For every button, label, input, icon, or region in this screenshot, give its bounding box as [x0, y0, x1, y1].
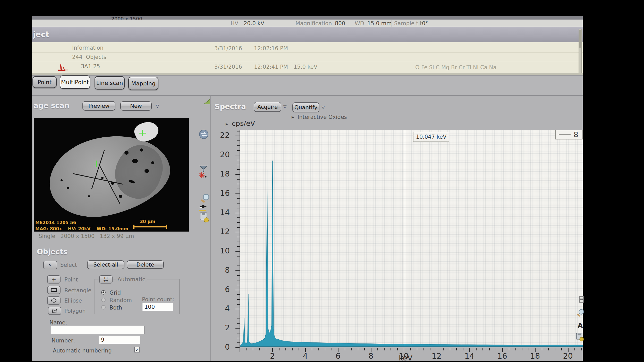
y-tick [237, 184, 240, 184]
point-count-input[interactable] [142, 303, 173, 311]
tab-label: Mapping [131, 80, 155, 87]
rectangle-tool-button[interactable] [47, 286, 61, 294]
project-tree: Information 3/31/2016 12:02:16 PM 244 Ob… [32, 42, 583, 73]
save-settings-icon[interactable] [575, 333, 585, 342]
point-tool-label: Point [64, 277, 78, 283]
random-radio[interactable] [101, 298, 106, 302]
y-tick [235, 251, 240, 252]
name-input[interactable] [51, 326, 145, 334]
point-marker[interactable] [93, 161, 100, 167]
tab-mapping[interactable]: Mapping [128, 77, 158, 90]
pore [61, 179, 63, 181]
random-radio-label[interactable]: Random [109, 297, 132, 303]
partial-resolution-text: 2000 x 1500 [111, 16, 142, 20]
y-tick [235, 270, 240, 271]
detector-icon[interactable] [198, 165, 209, 173]
y-tick [235, 328, 240, 329]
zoom-icon[interactable] [200, 193, 210, 204]
sem-image[interactable]: ME2014 1205 56 MAG: 800x HV: 20kV WD: 15… [34, 118, 189, 232]
save-settings-icon[interactable] [199, 212, 210, 223]
select-tool-button[interactable]: ↖ [43, 261, 57, 269]
quantify-button[interactable]: Quantify [292, 102, 319, 112]
x-tick-label: 16 [497, 351, 507, 360]
y-tick [237, 280, 240, 280]
point-tool-button[interactable]: + [47, 275, 61, 284]
point-marker[interactable] [139, 130, 146, 136]
zoom-icon[interactable] [577, 309, 585, 318]
ellipse-tool-button[interactable] [47, 296, 61, 305]
row-name[interactable]: 3A1 25 [81, 63, 100, 69]
refresh-icon[interactable] [199, 129, 209, 139]
row-name[interactable]: Information [72, 45, 104, 51]
tab-label: Line scan [96, 80, 123, 86]
button-label: Select all [94, 262, 118, 268]
y-tick [235, 232, 240, 232]
spectrum-plot[interactable]: 10.047 keV 8 [240, 130, 583, 347]
auto-numbering-checkbox[interactable] [134, 347, 140, 352]
pore [88, 195, 90, 197]
units-expander-icon[interactable]: ▸ [226, 121, 228, 127]
quantify-dropdown-icon[interactable]: ▽ [321, 105, 325, 110]
tab-multipoint[interactable]: MultiPoint [60, 75, 90, 89]
acquire-button[interactable]: Acquire [254, 102, 281, 112]
y-tick [237, 208, 240, 208]
grid-radio[interactable] [101, 290, 106, 295]
y-tick-label: 2 [225, 323, 230, 332]
row-date: 3/31/2016 [214, 45, 242, 51]
y-tick [237, 131, 240, 131]
polygon-tool-button[interactable] [48, 307, 61, 315]
x-tick-label: 18 [530, 351, 540, 360]
sample-tilt-label: Sample tilt [394, 20, 423, 27]
y-tick [237, 179, 240, 180]
y-tick [235, 174, 240, 175]
delete-button[interactable]: Delete [127, 260, 164, 269]
y-tick [237, 227, 240, 228]
y-tick [235, 136, 240, 136]
y-axis-ticks [232, 130, 240, 348]
both-radio-label[interactable]: Both [109, 305, 122, 311]
row-kev: 15.0 keV [294, 64, 317, 70]
tab-point[interactable]: Point [32, 76, 57, 88]
spectra-title: Spectra [215, 102, 246, 111]
y-tick [237, 294, 240, 295]
sample-tilt-value: 0° [422, 20, 428, 27]
automatic-grid-button[interactable]: ++++ [99, 275, 113, 284]
hv-value: 20.0 kV [244, 20, 264, 27]
grid-radio-label[interactable]: Grid [109, 290, 121, 296]
y-tick [237, 285, 240, 285]
pore [124, 151, 129, 155]
magnification-label: Magnification [295, 20, 332, 27]
oxides-expander-icon[interactable]: ▸ [292, 114, 294, 120]
marker-line[interactable] [405, 130, 405, 347]
legend-label: 8 [574, 130, 578, 139]
spectrum-legend[interactable]: 8 [555, 130, 583, 139]
interactive-oxides-label[interactable]: Interactive Oxides [298, 114, 347, 120]
row-divider [32, 62, 583, 62]
select-all-button[interactable]: Select all [87, 260, 124, 269]
annotate-icon[interactable] [198, 204, 208, 212]
y-tick [235, 309, 240, 309]
y-tick [237, 342, 240, 343]
point-icon: + [52, 276, 56, 283]
page-icon[interactable] [579, 296, 584, 303]
auto-points-icon: ++++ [103, 277, 108, 282]
tab-line-scan[interactable]: Line scan [95, 76, 125, 90]
microscope-status-bar: HV 20.0 kV Magnification 800 WD 15.0 mm … [32, 20, 583, 27]
beam-marker-icon[interactable] [198, 172, 207, 179]
pore [119, 195, 122, 198]
scrollbar-thumb[interactable] [579, 30, 581, 48]
acquire-dropdown-icon[interactable]: ▽ [283, 104, 286, 109]
both-radio[interactable] [101, 305, 106, 310]
automatic-label: Automatic [116, 276, 147, 282]
project-scrollbar[interactable] [579, 29, 582, 73]
preview-button[interactable]: Preview [82, 101, 115, 111]
statusbar-divider [292, 20, 292, 27]
image-info-line: Single 2000 x 1500 132 x 99 µm [39, 233, 134, 239]
new-button[interactable]: New [120, 101, 152, 111]
number-input[interactable] [99, 336, 140, 344]
row-name[interactable]: 244 Objects [72, 54, 106, 60]
collapse-grip-icon[interactable] [204, 99, 210, 104]
new-dropdown-icon[interactable]: ▽ [156, 103, 159, 108]
text-annotation-tool[interactable]: A [578, 322, 583, 330]
sem-overlay-params: MAG: 800x HV: 20kV WD: 15.0mm [35, 226, 128, 231]
